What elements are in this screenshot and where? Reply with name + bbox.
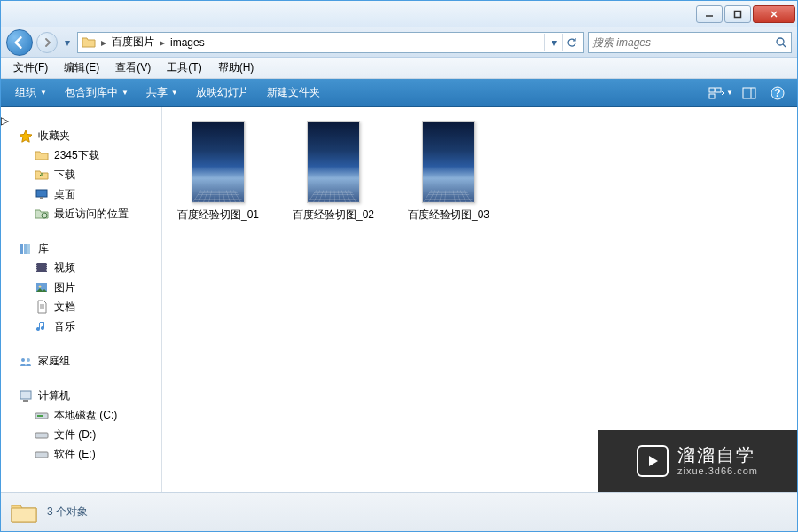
desktop-icon — [35, 187, 49, 201]
sidebar-item-downloads[interactable]: 下载 — [1, 165, 161, 184]
chevron-right-icon[interactable]: ▸ — [99, 36, 108, 49]
new-folder-button[interactable]: 新建文件夹 — [260, 82, 327, 104]
svg-rect-27 — [35, 452, 48, 458]
document-icon — [35, 300, 49, 314]
menu-file[interactable]: 文件(F) — [6, 59, 55, 77]
back-button[interactable] — [6, 29, 33, 56]
drive-icon — [35, 427, 49, 442]
svg-rect-11 — [36, 190, 47, 197]
watermark-title: 溜溜自学 — [677, 444, 758, 466]
command-bar: 组织▼ 包含到库中▼ 共享▼ 放映幻灯片 新建文件夹 ▼ ? — [1, 79, 797, 107]
preview-pane-button[interactable] — [737, 83, 762, 103]
file-item[interactable]: 百度经验切图_01 — [169, 121, 267, 221]
folder-large-icon — [10, 498, 38, 527]
svg-rect-15 — [24, 244, 27, 254]
sidebar-favorites[interactable]: 收藏夹 — [1, 127, 161, 145]
chevron-right-icon[interactable]: ▸ — [158, 36, 167, 49]
svg-rect-26 — [35, 433, 48, 438]
drive-icon — [35, 408, 49, 422]
breadcrumb-1[interactable]: 百度图片 — [108, 35, 158, 50]
menu-edit[interactable]: 编辑(E) — [57, 59, 106, 77]
help-button[interactable]: ? — [765, 83, 790, 103]
forward-button[interactable] — [36, 32, 58, 53]
titlebar — [1, 1, 797, 27]
maximize-button[interactable] — [724, 5, 751, 23]
sidebar-item-documents[interactable]: 文档 — [1, 297, 161, 317]
file-item[interactable]: 百度经验切图_03 — [400, 121, 497, 221]
svg-rect-16 — [27, 244, 30, 254]
address-bar[interactable]: ▸ 百度图片 ▸ images ▾ — [77, 32, 584, 53]
minimize-button[interactable] — [696, 5, 723, 23]
svg-point-21 — [27, 358, 30, 362]
organize-button[interactable]: 组织▼ — [8, 82, 54, 104]
video-icon — [35, 261, 49, 275]
file-name: 百度经验切图_02 — [293, 208, 374, 221]
music-icon — [35, 319, 49, 333]
svg-line-3 — [783, 44, 786, 47]
search-input[interactable] — [592, 36, 775, 49]
svg-rect-6 — [709, 94, 715, 98]
menu-tools[interactable]: 工具(T) — [160, 59, 208, 77]
svg-rect-17 — [36, 263, 47, 272]
menu-help[interactable]: 帮助(H) — [211, 59, 262, 77]
view-options-button[interactable]: ▼ — [708, 83, 733, 103]
sidebar-item-drive-d[interactable]: 文件 (D:) — [1, 425, 161, 444]
sidebar-homegroup[interactable]: 家庭组 — [1, 352, 161, 371]
menubar: 文件(F) 编辑(E) 查看(V) 工具(T) 帮助(H) — [1, 58, 797, 79]
body: ▷ 收藏夹 2345下载 下载 桌面 — [1, 107, 797, 492]
navbar: ▾ ▸ 百度图片 ▸ images ▾ — [1, 27, 797, 58]
sidebar-homegroup-label: 家庭组 — [38, 354, 70, 369]
svg-point-19 — [39, 286, 42, 288]
sidebar-item-pictures[interactable]: 图片 — [1, 278, 161, 297]
sidebar-computer[interactable]: 计算机 — [1, 387, 161, 405]
svg-point-20 — [21, 358, 25, 362]
collapse-icon[interactable]: ▷ — [1, 114, 9, 127]
svg-point-2 — [777, 38, 784, 45]
sidebar-item-recent[interactable]: 最近访问的位置 — [1, 204, 161, 223]
svg-rect-25 — [37, 415, 43, 417]
svg-rect-5 — [716, 88, 721, 92]
include-in-library-button[interactable]: 包含到库中▼ — [58, 82, 136, 104]
navigation-pane: ▷ 收藏夹 2345下载 下载 桌面 — [1, 107, 162, 492]
file-item[interactable]: 百度经验切图_02 — [285, 121, 382, 221]
svg-rect-7 — [743, 88, 755, 98]
menu-view[interactable]: 查看(V) — [108, 59, 158, 77]
sidebar-library[interactable]: 库 — [1, 239, 161, 258]
svg-rect-22 — [20, 391, 31, 399]
drive-icon — [35, 447, 49, 461]
breadcrumb-2[interactable]: images — [167, 36, 208, 49]
recent-icon — [35, 207, 49, 221]
sidebar-library-label: 库 — [38, 241, 49, 256]
sidebar-item-desktop[interactable]: 桌面 — [1, 184, 161, 204]
homegroup-icon — [19, 355, 33, 369]
nav-history-dropdown[interactable]: ▾ — [61, 36, 74, 49]
play-icon — [637, 445, 669, 477]
close-button[interactable] — [753, 5, 795, 23]
refresh-button[interactable] — [562, 34, 580, 51]
sidebar-favorites-label: 收藏夹 — [38, 129, 70, 144]
watermark: 溜溜自学 zixue.3d66.com — [598, 430, 797, 492]
address-dropdown[interactable]: ▾ — [544, 34, 562, 51]
sidebar-item-music[interactable]: 音乐 — [1, 317, 161, 336]
picture-icon — [35, 280, 49, 294]
share-button[interactable]: 共享▼ — [139, 82, 185, 104]
sidebar-item-drive-c[interactable]: 本地磁盘 (C:) — [1, 405, 161, 425]
sidebar-computer-label: 计算机 — [38, 388, 70, 403]
svg-rect-23 — [23, 400, 28, 402]
folder-icon — [35, 148, 49, 162]
sidebar-item-videos[interactable]: 视频 — [1, 258, 161, 278]
file-name: 百度经验切图_01 — [177, 208, 259, 221]
slideshow-button[interactable]: 放映幻灯片 — [189, 82, 256, 104]
sidebar-item-2345download[interactable]: 2345下载 — [1, 145, 161, 165]
library-icon — [19, 242, 33, 256]
star-icon — [19, 129, 33, 144]
svg-rect-12 — [40, 197, 43, 199]
search-box[interactable] — [588, 32, 792, 53]
file-name: 百度经验切图_03 — [408, 208, 489, 221]
svg-rect-14 — [20, 244, 23, 254]
search-icon[interactable] — [775, 36, 787, 49]
thumbnail-icon — [307, 121, 360, 203]
download-folder-icon — [35, 168, 49, 182]
watermark-url: zixue.3d66.com — [677, 466, 758, 477]
sidebar-item-drive-e[interactable]: 软件 (E:) — [1, 444, 161, 464]
